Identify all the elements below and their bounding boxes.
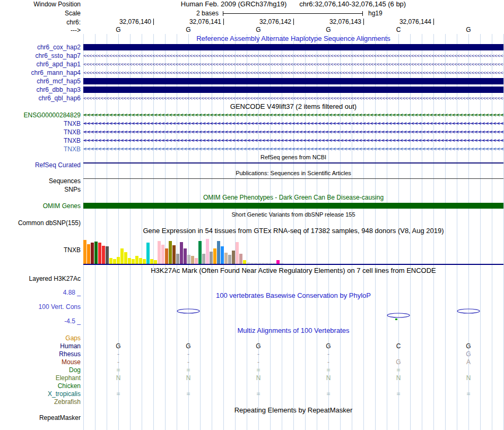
alignment-cell[interactable]: =: [322, 390, 335, 398]
conservation-track-label[interactable]: 100 Vert. Cons: [0, 304, 81, 311]
gene-label[interactable]: TNXB: [0, 128, 81, 136]
expression-bar[interactable]: [135, 256, 138, 264]
repeatmasker-label[interactable]: RepeatMasker: [0, 414, 81, 422]
expression-bar[interactable]: [232, 251, 235, 264]
expression-bar[interactable]: [172, 245, 176, 264]
alignment-cell[interactable]: =: [252, 366, 265, 374]
expression-bar[interactable]: [265, 263, 268, 264]
alignment-cell[interactable]: -: [322, 358, 335, 366]
alignment-cell[interactable]: G: [252, 342, 265, 350]
alignment-cell[interactable]: G: [182, 342, 195, 350]
alignment-cell[interactable]: -: [182, 358, 195, 366]
alignment-cell[interactable]: G: [392, 358, 405, 366]
expression-bar[interactable]: [187, 255, 190, 264]
expression-bar[interactable]: [213, 248, 216, 264]
expression-bar[interactable]: [87, 244, 90, 264]
expression-bar[interactable]: [132, 259, 135, 264]
expression-bar[interactable]: [269, 263, 272, 264]
expression-bar[interactable]: [236, 242, 239, 264]
alignment-cell[interactable]: =: [112, 366, 125, 374]
alignment-cell[interactable]: =: [322, 366, 335, 374]
expression-bar[interactable]: [191, 256, 194, 264]
expression-bar[interactable]: [195, 258, 198, 264]
expression-bar[interactable]: [243, 260, 246, 264]
species-label[interactable]: X_tropicalis: [0, 390, 81, 398]
gene-direction-arrows[interactable]: <<<<<<<<<<<<<<<<<<<<<<<<<<<<<<<<<<<<<<<<…: [83, 129, 503, 135]
expression-bar[interactable]: [83, 240, 86, 264]
expression-bar[interactable]: [228, 255, 231, 264]
alignment-cell[interactable]: =: [252, 390, 265, 398]
conservation-positive-mark[interactable]: [395, 319, 397, 320]
alignment-cell[interactable]: =: [392, 366, 405, 374]
alignment-cell[interactable]: N: [322, 374, 335, 382]
omim-genes-label[interactable]: OMIM Genes: [0, 202, 81, 210]
expression-bar[interactable]: [98, 243, 101, 264]
gene-direction-arrows[interactable]: <<<<<<<<<<<<<<<<<<<<<<<<<<<<<<<<<<<<<<<<…: [83, 137, 503, 143]
haplotype-track-label[interactable]: chr6_cox_hap2: [0, 43, 81, 51]
expression-bar[interactable]: [224, 253, 228, 264]
alignment-cell[interactable]: =: [112, 390, 125, 398]
gtex-expression-chart[interactable]: [83, 236, 503, 265]
conservation-mark[interactable]: [177, 309, 199, 313]
species-label[interactable]: Chicken: [0, 382, 81, 390]
gene-direction-arrows[interactable]: <<<<<<<<<<<<<<<<<<<<<<<<<<<<<<<<<<<<<<<<…: [83, 112, 503, 118]
alignment-cell[interactable]: -: [252, 350, 265, 358]
alignment-solid-bar[interactable]: [83, 44, 503, 50]
expression-bar[interactable]: [184, 248, 187, 264]
expression-bar[interactable]: [258, 263, 261, 264]
alignment-cell[interactable]: G: [112, 342, 125, 350]
dbsnp-label[interactable]: Common dbSNP(155): [0, 219, 81, 227]
omim-gene-bar[interactable]: [83, 203, 503, 209]
alignment-chevron-band[interactable]: <<<<<<<<<<<<<<<<<<<<<<<<<<<<<<<<<<<<<<<<…: [83, 70, 503, 75]
expression-bar[interactable]: [276, 260, 280, 264]
alignment-cell[interactable]: -: [112, 358, 125, 366]
gene-label[interactable]: TNXB: [0, 119, 81, 128]
alignment-cell[interactable]: =: [182, 366, 195, 374]
expression-bar[interactable]: [273, 263, 276, 264]
expression-bar[interactable]: [146, 243, 150, 264]
expression-bar[interactable]: [109, 258, 112, 264]
expression-bar[interactable]: [120, 248, 124, 264]
expression-bar[interactable]: [262, 263, 265, 264]
expression-bar[interactable]: [91, 243, 94, 264]
alignment-chevron-band[interactable]: <<<<<<<<<<<<<<<<<<<<<<<<<<<<<<<<<<<<<<<<…: [83, 96, 503, 101]
alignment-chevron-band[interactable]: <<<<<<<<<<<<<<<<<<<<<<<<<<<<<<<<<<<<<<<<…: [83, 62, 503, 67]
expression-bar[interactable]: [106, 246, 109, 264]
expression-bar[interactable]: [254, 263, 257, 264]
expression-bar[interactable]: [247, 262, 250, 264]
haplotype-track-label[interactable]: chr6_apd_hap1: [0, 60, 81, 68]
snps-label[interactable]: SNPs: [0, 186, 81, 193]
expression-bar[interactable]: [150, 259, 153, 264]
alignment-cell[interactable]: A: [462, 358, 475, 366]
alignment-cell[interactable]: -: [182, 350, 195, 358]
alignment-cell[interactable]: =: [462, 390, 475, 398]
gene-direction-arrows[interactable]: <<<<<<<<<<<<<<<<<<<<<<<<<<<<<<<<<<<<<<<<…: [83, 146, 503, 152]
expression-bar[interactable]: [102, 246, 105, 264]
alignment-cell[interactable]: G: [462, 350, 475, 358]
haplotype-track-label[interactable]: chr6_ssto_hap7: [0, 51, 81, 60]
alignment-cell[interactable]: -: [322, 350, 335, 358]
alignment-solid-bar[interactable]: [83, 87, 503, 93]
haplotype-track-label[interactable]: chr6_mcf_hap5: [0, 77, 81, 85]
expression-bar[interactable]: [128, 258, 131, 264]
alignment-cell[interactable]: =: [392, 390, 405, 398]
expression-bar[interactable]: [113, 259, 116, 264]
refseq-curated-label[interactable]: RefSeq Curated: [0, 161, 81, 169]
conservation-mark[interactable]: [387, 313, 410, 317]
expression-bar[interactable]: [176, 254, 179, 264]
gene-label[interactable]: TNXB: [0, 136, 81, 145]
alignment-solid-bar[interactable]: [83, 78, 503, 84]
gene-label[interactable]: ENSG00000284829: [0, 111, 81, 119]
gene-direction-arrows[interactable]: <<<<<<<<<<<<<<<<<<<<<<<<<<<<<<<<<<<<<<<<…: [83, 121, 503, 126]
expression-bar[interactable]: [94, 242, 98, 264]
sequences-track-line[interactable]: [83, 178, 503, 179]
haplotype-track-label[interactable]: chr6_dbb_hap3: [0, 85, 81, 94]
alignment-cell[interactable]: -: [112, 350, 125, 358]
alignment-cell[interactable]: N: [392, 374, 405, 382]
alignment-cell[interactable]: -: [252, 358, 265, 366]
h3k27ac-label[interactable]: Layered H3K27Ac: [0, 275, 81, 282]
species-label[interactable]: Dog: [0, 366, 81, 374]
gene-label[interactable]: TNXB: [0, 145, 81, 153]
alignment-cell[interactable]: N: [462, 374, 475, 382]
expression-bar[interactable]: [217, 241, 220, 264]
